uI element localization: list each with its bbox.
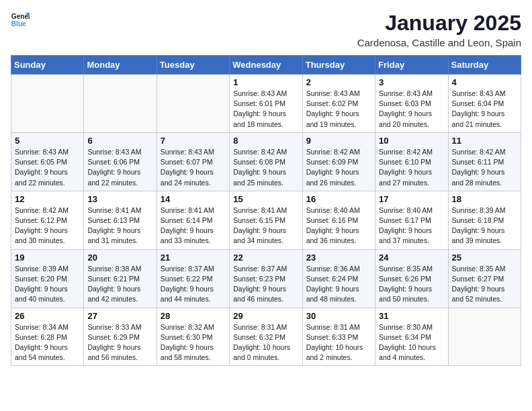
calendar-cell: 14Sunrise: 8:41 AM Sunset: 6:14 PM Dayli… — [157, 191, 229, 249]
calendar-cell: 6Sunrise: 8:43 AM Sunset: 6:06 PM Daylig… — [84, 132, 157, 191]
calendar-cell: 26Sunrise: 8:34 AM Sunset: 6:28 PM Dayli… — [11, 308, 84, 366]
calendar-cell: 19Sunrise: 8:39 AM Sunset: 6:20 PM Dayli… — [11, 249, 84, 308]
weekday-header-sunday: Sunday — [11, 56, 84, 75]
day-number: 15 — [233, 194, 298, 204]
calendar-cell: 4Sunrise: 8:43 AM Sunset: 6:04 PM Daylig… — [448, 75, 521, 133]
day-number: 10 — [379, 136, 444, 146]
day-number: 13 — [87, 194, 152, 204]
day-number: 5 — [15, 136, 80, 146]
day-number: 17 — [379, 194, 444, 204]
weekday-header-row: SundayMondayTuesdayWednesdayThursdayFrid… — [11, 56, 521, 75]
weekday-header-wednesday: Wednesday — [230, 56, 302, 75]
calendar-cell: 29Sunrise: 8:31 AM Sunset: 6:32 PM Dayli… — [230, 308, 302, 366]
day-info: Sunrise: 8:34 AM Sunset: 6:28 PM Dayligh… — [15, 322, 80, 363]
month-year-title: January 2025 — [357, 11, 521, 36]
calendar-cell: 12Sunrise: 8:42 AM Sunset: 6:12 PM Dayli… — [11, 191, 84, 249]
calendar-cell: 28Sunrise: 8:32 AM Sunset: 6:30 PM Dayli… — [157, 308, 229, 366]
day-number: 11 — [452, 136, 517, 146]
day-number: 31 — [379, 311, 444, 321]
day-info: Sunrise: 8:40 AM Sunset: 6:16 PM Dayligh… — [306, 205, 371, 246]
calendar-cell: 15Sunrise: 8:41 AM Sunset: 6:15 PM Dayli… — [230, 191, 302, 249]
day-number: 9 — [306, 136, 371, 146]
day-number: 1 — [233, 77, 298, 87]
day-number: 21 — [161, 253, 226, 263]
location-subtitle: Cardenosa, Castille and Leon, Spain — [357, 37, 521, 48]
day-number: 22 — [233, 253, 298, 263]
calendar-week-row: 5Sunrise: 8:43 AM Sunset: 6:05 PM Daylig… — [11, 132, 521, 191]
day-info: Sunrise: 8:35 AM Sunset: 6:27 PM Dayligh… — [452, 264, 517, 305]
day-info: Sunrise: 8:32 AM Sunset: 6:30 PM Dayligh… — [161, 322, 226, 363]
day-info: Sunrise: 8:43 AM Sunset: 6:05 PM Dayligh… — [15, 147, 80, 188]
title-block: January 2025 Cardenosa, Castille and Leo… — [357, 11, 521, 48]
weekday-header-monday: Monday — [84, 56, 157, 75]
day-number: 24 — [379, 253, 444, 263]
calendar-cell: 27Sunrise: 8:33 AM Sunset: 6:29 PM Dayli… — [84, 308, 157, 366]
calendar-cell: 17Sunrise: 8:40 AM Sunset: 6:17 PM Dayli… — [375, 191, 448, 249]
calendar-week-row: 1Sunrise: 8:43 AM Sunset: 6:01 PM Daylig… — [11, 75, 521, 133]
calendar-cell: 18Sunrise: 8:39 AM Sunset: 6:18 PM Dayli… — [448, 191, 521, 249]
day-info: Sunrise: 8:39 AM Sunset: 6:20 PM Dayligh… — [15, 264, 80, 305]
day-number: 2 — [306, 77, 371, 87]
day-info: Sunrise: 8:37 AM Sunset: 6:23 PM Dayligh… — [233, 264, 298, 305]
calendar-cell: 20Sunrise: 8:38 AM Sunset: 6:21 PM Dayli… — [84, 249, 157, 308]
day-info: Sunrise: 8:41 AM Sunset: 6:14 PM Dayligh… — [161, 205, 226, 246]
day-number: 4 — [452, 77, 517, 87]
calendar-cell: 21Sunrise: 8:37 AM Sunset: 6:22 PM Dayli… — [157, 249, 229, 308]
logo: General Blue — [11, 11, 31, 30]
day-info: Sunrise: 8:42 AM Sunset: 6:09 PM Dayligh… — [306, 147, 371, 188]
day-number: 23 — [306, 253, 371, 263]
day-info: Sunrise: 8:31 AM Sunset: 6:32 PM Dayligh… — [233, 322, 298, 363]
weekday-header-friday: Friday — [375, 56, 448, 75]
day-number: 30 — [306, 311, 371, 321]
day-info: Sunrise: 8:33 AM Sunset: 6:29 PM Dayligh… — [87, 322, 152, 363]
day-number: 16 — [306, 194, 371, 204]
day-number: 29 — [233, 311, 298, 321]
svg-text:Blue: Blue — [11, 20, 26, 28]
day-info: Sunrise: 8:41 AM Sunset: 6:13 PM Dayligh… — [87, 205, 152, 246]
calendar-cell: 25Sunrise: 8:35 AM Sunset: 6:27 PM Dayli… — [448, 249, 521, 308]
day-info: Sunrise: 8:31 AM Sunset: 6:33 PM Dayligh… — [306, 322, 371, 363]
calendar-table: SundayMondayTuesdayWednesdayThursdayFrid… — [11, 55, 521, 366]
day-number: 18 — [452, 194, 517, 204]
weekday-header-tuesday: Tuesday — [157, 56, 229, 75]
calendar-cell: 23Sunrise: 8:36 AM Sunset: 6:24 PM Dayli… — [302, 249, 375, 308]
logo-icon: General Blue — [11, 11, 30, 30]
day-info: Sunrise: 8:42 AM Sunset: 6:08 PM Dayligh… — [233, 147, 298, 188]
day-number: 19 — [15, 253, 80, 263]
calendar-cell: 30Sunrise: 8:31 AM Sunset: 6:33 PM Dayli… — [302, 308, 375, 366]
day-number: 14 — [161, 194, 226, 204]
day-info: Sunrise: 8:43 AM Sunset: 6:04 PM Dayligh… — [452, 89, 517, 130]
day-info: Sunrise: 8:30 AM Sunset: 6:34 PM Dayligh… — [379, 322, 444, 363]
day-info: Sunrise: 8:35 AM Sunset: 6:26 PM Dayligh… — [379, 264, 444, 305]
calendar-cell: 16Sunrise: 8:40 AM Sunset: 6:16 PM Dayli… — [302, 191, 375, 249]
day-info: Sunrise: 8:43 AM Sunset: 6:07 PM Dayligh… — [161, 147, 226, 188]
calendar-week-row: 19Sunrise: 8:39 AM Sunset: 6:20 PM Dayli… — [11, 249, 521, 308]
calendar-cell — [11, 75, 84, 133]
weekday-header-thursday: Thursday — [302, 56, 375, 75]
weekday-header-saturday: Saturday — [448, 56, 521, 75]
day-info: Sunrise: 8:40 AM Sunset: 6:17 PM Dayligh… — [379, 205, 444, 246]
day-info: Sunrise: 8:42 AM Sunset: 6:12 PM Dayligh… — [15, 205, 80, 246]
calendar-week-row: 26Sunrise: 8:34 AM Sunset: 6:28 PM Dayli… — [11, 308, 521, 366]
day-number: 25 — [452, 253, 517, 263]
day-info: Sunrise: 8:42 AM Sunset: 6:11 PM Dayligh… — [452, 147, 517, 188]
calendar-cell: 24Sunrise: 8:35 AM Sunset: 6:26 PM Dayli… — [375, 249, 448, 308]
calendar-cell: 11Sunrise: 8:42 AM Sunset: 6:11 PM Dayli… — [448, 132, 521, 191]
calendar-cell — [157, 75, 229, 133]
calendar-cell: 31Sunrise: 8:30 AM Sunset: 6:34 PM Dayli… — [375, 308, 448, 366]
day-info: Sunrise: 8:36 AM Sunset: 6:24 PM Dayligh… — [306, 264, 371, 305]
calendar-cell: 5Sunrise: 8:43 AM Sunset: 6:05 PM Daylig… — [11, 132, 84, 191]
calendar-cell: 8Sunrise: 8:42 AM Sunset: 6:08 PM Daylig… — [230, 132, 302, 191]
day-info: Sunrise: 8:38 AM Sunset: 6:21 PM Dayligh… — [87, 264, 152, 305]
day-info: Sunrise: 8:43 AM Sunset: 6:01 PM Dayligh… — [233, 89, 298, 130]
day-number: 8 — [233, 136, 298, 146]
day-number: 6 — [87, 136, 152, 146]
day-info: Sunrise: 8:37 AM Sunset: 6:22 PM Dayligh… — [161, 264, 226, 305]
page-header: General Blue January 2025 Cardenosa, Cas… — [11, 11, 521, 48]
calendar-cell: 1Sunrise: 8:43 AM Sunset: 6:01 PM Daylig… — [230, 75, 302, 133]
calendar-cell — [84, 75, 157, 133]
day-info: Sunrise: 8:43 AM Sunset: 6:02 PM Dayligh… — [306, 89, 371, 130]
calendar-cell: 2Sunrise: 8:43 AM Sunset: 6:02 PM Daylig… — [302, 75, 375, 133]
day-number: 12 — [15, 194, 80, 204]
day-info: Sunrise: 8:41 AM Sunset: 6:15 PM Dayligh… — [233, 205, 298, 246]
